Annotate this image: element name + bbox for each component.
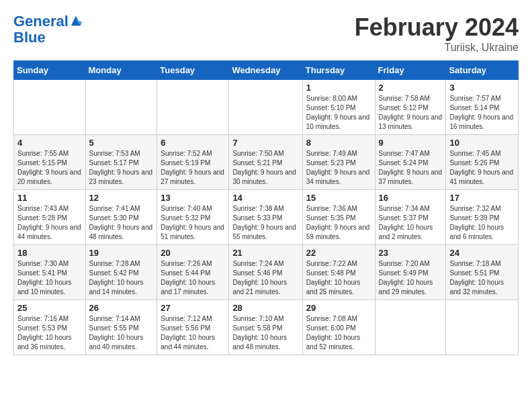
day-header-thursday: Thursday: [302, 61, 375, 80]
day-info: Sunrise: 7:32 AM Sunset: 5:39 PM Dayligh…: [449, 204, 515, 242]
day-header-saturday: Saturday: [446, 61, 519, 80]
calendar-cell: [85, 80, 157, 135]
day-info: Sunrise: 7:43 AM Sunset: 5:28 PM Dayligh…: [17, 204, 82, 242]
logo-icon: [70, 15, 82, 27]
calendar-cell: 24Sunrise: 7:18 AM Sunset: 5:51 PM Dayli…: [446, 245, 519, 300]
day-info: Sunrise: 7:16 AM Sunset: 5:53 PM Dayligh…: [17, 314, 82, 352]
day-number: 14: [232, 193, 298, 203]
calendar-cell: 27Sunrise: 7:12 AM Sunset: 5:56 PM Dayli…: [157, 300, 229, 355]
calendar-cell: [375, 300, 446, 355]
day-info: Sunrise: 7:40 AM Sunset: 5:32 PM Dayligh…: [161, 204, 225, 242]
day-header-friday: Friday: [375, 61, 446, 80]
day-info: Sunrise: 7:41 AM Sunset: 5:30 PM Dayligh…: [89, 204, 154, 242]
calendar-cell: 20Sunrise: 7:26 AM Sunset: 5:44 PM Dayli…: [157, 245, 229, 300]
day-number: 21: [232, 248, 298, 258]
calendar-cell: 9Sunrise: 7:47 AM Sunset: 5:24 PM Daylig…: [375, 135, 446, 190]
calendar-cell: [14, 80, 86, 135]
calendar-cell: 11Sunrise: 7:43 AM Sunset: 5:28 PM Dayli…: [14, 190, 86, 245]
day-info: Sunrise: 7:26 AM Sunset: 5:44 PM Dayligh…: [161, 259, 225, 297]
calendar-cell: 21Sunrise: 7:24 AM Sunset: 5:46 PM Dayli…: [229, 245, 302, 300]
day-info: Sunrise: 7:38 AM Sunset: 5:33 PM Dayligh…: [232, 204, 298, 242]
day-header-monday: Monday: [85, 61, 157, 80]
day-info: Sunrise: 7:20 AM Sunset: 5:49 PM Dayligh…: [379, 259, 443, 297]
day-info: Sunrise: 7:55 AM Sunset: 5:15 PM Dayligh…: [17, 149, 82, 187]
day-number: 15: [306, 193, 371, 203]
day-number: 4: [17, 138, 82, 148]
calendar-week-row: 18Sunrise: 7:30 AM Sunset: 5:41 PM Dayli…: [14, 245, 519, 300]
logo-text-line1: General: [13, 13, 69, 30]
day-header-sunday: Sunday: [14, 61, 86, 80]
day-info: Sunrise: 7:08 AM Sunset: 6:00 PM Dayligh…: [306, 314, 371, 352]
page-header: General Blue February 2024 Turiisk, Ukra…: [13, 13, 519, 54]
day-number: 16: [379, 193, 443, 203]
calendar-week-row: 11Sunrise: 7:43 AM Sunset: 5:28 PM Dayli…: [14, 190, 519, 245]
day-number: 19: [89, 248, 154, 258]
day-number: 1: [306, 83, 371, 93]
title-block: February 2024 Turiisk, Ukraine: [355, 13, 519, 54]
day-number: 29: [306, 303, 371, 313]
location-subtitle: Turiisk, Ukraine: [355, 42, 519, 54]
day-info: Sunrise: 7:53 AM Sunset: 5:17 PM Dayligh…: [89, 149, 154, 187]
day-info: Sunrise: 7:47 AM Sunset: 5:24 PM Dayligh…: [379, 149, 443, 187]
day-number: 9: [379, 138, 443, 148]
calendar-cell: 23Sunrise: 7:20 AM Sunset: 5:49 PM Dayli…: [375, 245, 446, 300]
day-number: 23: [379, 248, 443, 258]
day-info: Sunrise: 7:10 AM Sunset: 5:58 PM Dayligh…: [232, 314, 298, 352]
calendar-week-row: 25Sunrise: 7:16 AM Sunset: 5:53 PM Dayli…: [14, 300, 519, 355]
month-title: February 2024: [355, 13, 519, 42]
day-number: 3: [449, 83, 515, 93]
calendar-table: SundayMondayTuesdayWednesdayThursdayFrid…: [13, 60, 519, 355]
day-info: Sunrise: 7:12 AM Sunset: 5:56 PM Dayligh…: [161, 314, 225, 352]
day-info: Sunrise: 8:00 AM Sunset: 5:10 PM Dayligh…: [306, 94, 371, 132]
calendar-cell: 10Sunrise: 7:45 AM Sunset: 5:26 PM Dayli…: [446, 135, 519, 190]
day-number: 6: [161, 138, 225, 148]
calendar-week-row: 1Sunrise: 8:00 AM Sunset: 5:10 PM Daylig…: [14, 80, 519, 135]
calendar-cell: 13Sunrise: 7:40 AM Sunset: 5:32 PM Dayli…: [157, 190, 229, 245]
calendar-cell: 29Sunrise: 7:08 AM Sunset: 6:00 PM Dayli…: [302, 300, 375, 355]
calendar-cell: 18Sunrise: 7:30 AM Sunset: 5:41 PM Dayli…: [14, 245, 86, 300]
calendar-cell: 15Sunrise: 7:36 AM Sunset: 5:35 PM Dayli…: [302, 190, 375, 245]
calendar-cell: 22Sunrise: 7:22 AM Sunset: 5:48 PM Dayli…: [302, 245, 375, 300]
day-info: Sunrise: 7:22 AM Sunset: 5:48 PM Dayligh…: [306, 259, 371, 297]
calendar-week-row: 4Sunrise: 7:55 AM Sunset: 5:15 PM Daylig…: [14, 135, 519, 190]
day-info: Sunrise: 7:57 AM Sunset: 5:14 PM Dayligh…: [449, 94, 515, 132]
day-info: Sunrise: 7:49 AM Sunset: 5:23 PM Dayligh…: [306, 149, 371, 187]
calendar-cell: 7Sunrise: 7:50 AM Sunset: 5:21 PM Daylig…: [229, 135, 302, 190]
calendar-cell: [446, 300, 519, 355]
calendar-cell: 16Sunrise: 7:34 AM Sunset: 5:37 PM Dayli…: [375, 190, 446, 245]
day-info: Sunrise: 7:45 AM Sunset: 5:26 PM Dayligh…: [449, 149, 515, 187]
calendar-cell: 19Sunrise: 7:28 AM Sunset: 5:42 PM Dayli…: [85, 245, 157, 300]
calendar-cell: 25Sunrise: 7:16 AM Sunset: 5:53 PM Dayli…: [14, 300, 86, 355]
calendar-cell: 4Sunrise: 7:55 AM Sunset: 5:15 PM Daylig…: [14, 135, 86, 190]
day-number: 27: [161, 303, 225, 313]
calendar-cell: 6Sunrise: 7:52 AM Sunset: 5:19 PM Daylig…: [157, 135, 229, 190]
day-number: 24: [449, 248, 515, 258]
day-info: Sunrise: 7:58 AM Sunset: 5:12 PM Dayligh…: [379, 94, 443, 132]
calendar-header-row: SundayMondayTuesdayWednesdayThursdayFrid…: [14, 61, 519, 80]
day-number: 7: [232, 138, 298, 148]
day-number: 8: [306, 138, 371, 148]
calendar-cell: 17Sunrise: 7:32 AM Sunset: 5:39 PM Dayli…: [446, 190, 519, 245]
day-info: Sunrise: 7:18 AM Sunset: 5:51 PM Dayligh…: [449, 259, 515, 297]
day-info: Sunrise: 7:50 AM Sunset: 5:21 PM Dayligh…: [232, 149, 298, 187]
day-number: 28: [232, 303, 298, 313]
day-number: 26: [89, 303, 154, 313]
day-info: Sunrise: 7:34 AM Sunset: 5:37 PM Dayligh…: [379, 204, 443, 242]
day-number: 12: [89, 193, 154, 203]
day-info: Sunrise: 7:28 AM Sunset: 5:42 PM Dayligh…: [89, 259, 154, 297]
calendar-cell: [229, 80, 302, 135]
day-info: Sunrise: 7:14 AM Sunset: 5:55 PM Dayligh…: [89, 314, 154, 352]
day-number: 22: [306, 248, 371, 258]
day-header-tuesday: Tuesday: [157, 61, 229, 80]
day-number: 17: [449, 193, 515, 203]
calendar-cell: 26Sunrise: 7:14 AM Sunset: 5:55 PM Dayli…: [85, 300, 157, 355]
day-info: Sunrise: 7:24 AM Sunset: 5:46 PM Dayligh…: [232, 259, 298, 297]
svg-marker-0: [71, 16, 81, 26]
calendar-cell: 1Sunrise: 8:00 AM Sunset: 5:10 PM Daylig…: [302, 80, 375, 135]
day-info: Sunrise: 7:36 AM Sunset: 5:35 PM Dayligh…: [306, 204, 371, 242]
calendar-cell: 5Sunrise: 7:53 AM Sunset: 5:17 PM Daylig…: [85, 135, 157, 190]
day-number: 11: [17, 193, 82, 203]
calendar-cell: 12Sunrise: 7:41 AM Sunset: 5:30 PM Dayli…: [85, 190, 157, 245]
logo: General Blue: [13, 13, 82, 46]
day-header-wednesday: Wednesday: [229, 61, 302, 80]
